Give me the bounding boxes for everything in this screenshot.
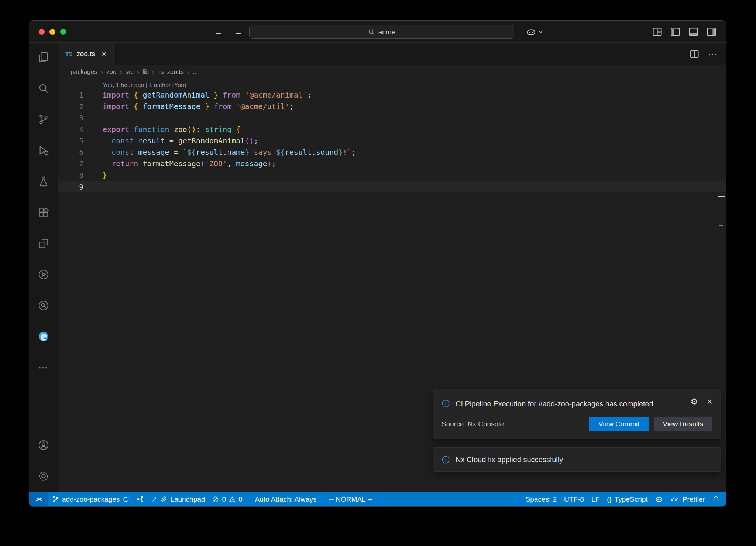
info-icon (441, 399, 450, 408)
typescript-file-icon: TS (158, 69, 164, 75)
close-window-button[interactable] (39, 29, 45, 35)
code-line[interactable]: 4export function zoo(): string { (58, 124, 726, 135)
breadcrumb-item[interactable]: packages (71, 68, 97, 76)
code-line[interactable]: 7 return formatMessage('ZOO', message); (58, 158, 726, 170)
notification-message: Nx Cloud fix applied successfully (456, 455, 563, 464)
activity-more-actions[interactable]: ⋯ (35, 361, 52, 374)
search-circle-icon (38, 300, 49, 311)
line-text: export function zoo(): string { (103, 124, 240, 135)
sync-icon (123, 496, 129, 503)
copilot-menu-button[interactable] (526, 21, 543, 43)
line-text: const message = `${result.name} says ${r… (103, 147, 356, 158)
tab-bar: TS zoo.ts × ⋯ (58, 43, 726, 65)
line-text: return formatMessage('ZOO', message); (103, 158, 276, 170)
beaker-icon (38, 176, 49, 187)
indentation-item[interactable]: Spaces: 2 (522, 492, 561, 506)
branch-label: add-zoo-packages (62, 495, 120, 504)
code-line[interactable]: 8} (58, 170, 726, 181)
editor-group: TS zoo.ts × ⋯ packages › zoo › src › (58, 43, 726, 492)
launchpad-item[interactable]: Launchpad (147, 492, 209, 506)
view-commit-button[interactable]: View Commit (589, 417, 649, 431)
navigate-forward-button[interactable]: → (234, 26, 243, 38)
vim-mode-label: -- NORMAL -- (329, 495, 372, 504)
code-lines: 1import { getRandomAnimal } from '@acme/… (58, 89, 726, 192)
editor-more-actions-button[interactable]: ⋯ (708, 49, 717, 59)
minimize-window-button[interactable] (49, 29, 55, 35)
accounts-button[interactable] (35, 439, 52, 451)
toggle-secondary-sidebar-button[interactable] (707, 27, 717, 37)
codelens-annotation[interactable]: You, 1 hour ago | 1 author (You) (103, 82, 726, 89)
command-center-value: acme (378, 28, 395, 36)
info-icon (441, 455, 450, 464)
launchpad-label: Launchpad (170, 495, 205, 504)
activity-run-and-debug[interactable] (35, 144, 52, 157)
line-text: const result = getRandomAnimal(); (103, 135, 258, 147)
copilot-icon (655, 495, 663, 503)
formatter-item[interactable]: ✓✓ Prettier (667, 492, 709, 506)
code-line[interactable]: 1import { getRandomAnimal } from '@acme/… (58, 89, 726, 101)
wand-icon (151, 496, 158, 503)
code-line[interactable]: 3 (58, 112, 726, 124)
breadcrumb-more[interactable]: ... (193, 68, 198, 76)
view-results-button[interactable]: View Results (654, 417, 712, 431)
ellipsis-icon: ⋯ (38, 362, 49, 373)
navigate-back-button[interactable]: ← (214, 26, 223, 38)
code-line[interactable]: 2import { formatMessage } from '@acme/ut… (58, 101, 726, 112)
notification-message: CI Pipeline Execution for #add-zoo-packa… (456, 397, 653, 411)
branch-item[interactable]: add-zoo-packages (48, 492, 133, 506)
activity-extensions[interactable] (35, 206, 52, 219)
vim-mode-item[interactable]: -- NORMAL -- (325, 492, 375, 506)
notification-close-icon[interactable]: × (707, 397, 712, 406)
customize-layout-button[interactable] (652, 27, 662, 37)
activity-nx-console[interactable] (35, 268, 52, 281)
chevron-down-icon (538, 30, 543, 34)
toggle-primary-sidebar-button[interactable] (670, 27, 680, 37)
toggle-panel-button[interactable] (688, 27, 698, 37)
notification-pipeline: CI Pipeline Execution for #add-zoo-packa… (433, 389, 721, 439)
breadcrumb-item[interactable]: zoo (106, 68, 116, 76)
overview-ruler-mark (718, 196, 725, 197)
copilot-status-item[interactable] (652, 492, 667, 506)
notifications-bell-item[interactable] (709, 492, 723, 506)
remote-indicator[interactable]: >< (29, 492, 48, 506)
zoom-window-button[interactable] (60, 29, 66, 35)
remote-icon: >< (36, 496, 42, 503)
source-control-graph-item[interactable] (133, 492, 147, 506)
activity-explorer[interactable] (35, 51, 52, 64)
breadcrumb-item[interactable]: lib (142, 68, 149, 76)
command-center-search[interactable]: acme (249, 25, 514, 39)
eol-label: LF (591, 495, 599, 504)
activity-remote-explorer[interactable] (35, 237, 52, 250)
activity-testing[interactable] (35, 175, 52, 188)
code-line[interactable]: 5 const result = getRandomAnimal(); (58, 135, 726, 147)
gear-icon (38, 471, 49, 482)
code-line[interactable]: 9 (58, 181, 726, 192)
auto-attach-label: Auto Attach: Always (255, 495, 317, 504)
title-bar: ← → acme (29, 21, 726, 43)
bell-icon (712, 496, 719, 503)
files-icon (38, 52, 49, 63)
notification-settings-gear-icon[interactable]: ⚙ (690, 397, 698, 406)
split-editor-button[interactable] (690, 49, 699, 59)
activity-search[interactable] (35, 82, 52, 95)
line-number: 6 (58, 147, 83, 158)
line-number: 1 (58, 89, 83, 101)
activity-source-control[interactable] (35, 113, 52, 126)
encoding-item[interactable]: UTF-8 (560, 492, 588, 506)
tab-close-icon[interactable]: × (102, 50, 107, 58)
activity-nx-cloud[interactable] (35, 299, 52, 312)
vscode-window: ← → acme (29, 20, 726, 507)
line-text: import { getRandomAnimal } from '@acme/a… (103, 89, 312, 101)
manage-settings-button[interactable] (35, 470, 52, 482)
language-item[interactable]: {} TypeScript (603, 492, 651, 506)
tab-zoo-ts[interactable]: TS zoo.ts × (58, 43, 114, 65)
auto-attach-item[interactable]: Auto Attach: Always (251, 492, 320, 506)
problems-item[interactable]: 0 0 (209, 492, 246, 506)
status-bar: >< add-zoo-packages (29, 492, 726, 506)
activity-edge-tools[interactable] (35, 330, 52, 343)
breadcrumb-item[interactable]: src (125, 68, 134, 76)
indentation-label: Spaces: 2 (526, 495, 557, 504)
eol-item[interactable]: LF (588, 492, 603, 506)
code-line[interactable]: 6 const message = `${result.name} says $… (58, 147, 726, 158)
breadcrumb-file[interactable]: zoo.ts (167, 68, 184, 76)
